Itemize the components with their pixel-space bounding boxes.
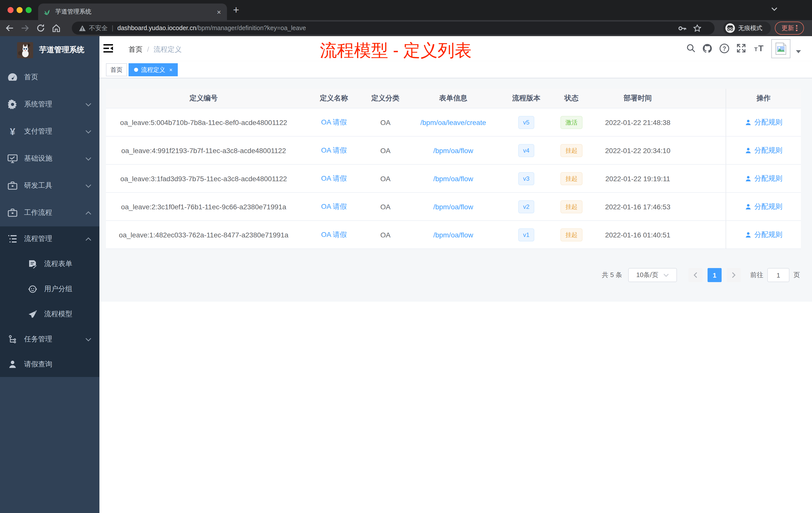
password-key-icon[interactable] [678, 24, 687, 32]
sidebar-item-system[interactable]: 系统管理 [0, 91, 99, 118]
definition-category: OA [367, 118, 404, 126]
definition-name-link[interactable]: OA 请假 [321, 202, 347, 211]
form-link[interactable]: /bpm/oa/flow [433, 175, 473, 182]
bookmark-star-icon[interactable] [693, 24, 701, 32]
sidebar-collapse-icon[interactable] [104, 44, 113, 53]
deploy-time: 2022-01-16 17:46:53 [592, 203, 683, 211]
table-header-row: 定义编号 定义名称 定义分类 表单信息 流程版本 状态 部署时间 操作 [106, 89, 801, 109]
briefcase-icon [6, 207, 19, 219]
sidebar-item-infra[interactable]: 基础设施 [0, 145, 99, 172]
chevron-down-icon [663, 273, 669, 277]
assign-rule-button[interactable]: 分配规则 [745, 202, 782, 211]
sidebar-item-workflow[interactable]: 工作流程 [0, 199, 99, 227]
new-tab-button[interactable]: + [233, 4, 239, 16]
definition-id: oa_leave:2:3c1f0ef1-76b1-11ec-9c66-a2380… [106, 203, 301, 211]
version-badge: v4 [518, 144, 534, 157]
yen-icon: ¥ [6, 125, 19, 138]
sidebar-item-home[interactable]: 首页 [0, 64, 99, 91]
page-number-current[interactable]: 1 [707, 268, 722, 282]
logo-title: 芋道管理系统 [39, 45, 84, 55]
definition-name-link[interactable]: OA 请假 [321, 146, 347, 155]
tag-home[interactable]: 首页 [106, 63, 127, 76]
sidebar-item-task-management[interactable]: 任务管理 [0, 327, 99, 352]
macos-close-button[interactable] [7, 7, 13, 13]
definition-name-link[interactable]: OA 请假 [321, 174, 347, 183]
assign-rule-button[interactable]: 分配规则 [745, 230, 782, 239]
help-icon[interactable]: ? [719, 43, 730, 54]
chevron-down-icon [85, 338, 91, 341]
sidebar-item-process-form[interactable]: 流程表单 [0, 251, 99, 277]
breadcrumb: 首页 / 流程定义 [128, 45, 182, 54]
task-tree-icon [6, 333, 19, 345]
sidebar-logo[interactable]: 芋道管理系统 [0, 36, 99, 64]
github-icon[interactable] [702, 43, 713, 54]
chevron-down-icon [85, 157, 91, 160]
tag-close-icon[interactable]: × [169, 64, 173, 76]
assign-rule-button[interactable]: 分配规则 [745, 174, 782, 183]
back-icon[interactable] [5, 24, 14, 33]
form-link[interactable]: /bpm/oa/flow [433, 146, 473, 154]
security-label[interactable]: 不安全 [89, 24, 108, 32]
browser-menu-icon[interactable] [796, 25, 798, 31]
breadcrumb-current: 流程定义 [154, 45, 182, 54]
update-label[interactable]: 更新 [782, 24, 794, 32]
url-text: dashboard.yudao.iocoder.cn/bpm/manager/d… [117, 25, 306, 32]
font-size-icon[interactable]: TT [753, 43, 765, 53]
tab-close-icon[interactable]: × [216, 8, 222, 15]
sidebar-item-user-group[interactable]: 用户分组 [0, 277, 99, 302]
user-icon [745, 119, 752, 126]
tab-search-chevron-icon[interactable] [771, 7, 777, 11]
breadcrumb-home[interactable]: 首页 [128, 45, 143, 54]
macos-zoom-button[interactable] [26, 7, 32, 13]
incognito-icon [725, 23, 735, 33]
sidebar-item-payment[interactable]: ¥ 支付管理 [0, 118, 99, 145]
form-link[interactable]: /bpm/oa/flow [433, 231, 473, 239]
table-row: oa_leave:4:991f2193-7b7f-11ec-a3c8-acde4… [106, 137, 801, 164]
goto-page-input[interactable] [767, 268, 789, 282]
definition-category: OA [367, 175, 404, 182]
form-link[interactable]: /bpm/oa/flow [433, 203, 473, 211]
form-link[interactable]: /bpm/oa/leave/create [420, 118, 486, 126]
browser-tab[interactable]: 芋道管理系统 × [38, 3, 227, 20]
sidebar-item-process-model[interactable]: 流程模型 [0, 302, 99, 327]
security-warning-icon[interactable] [79, 25, 86, 31]
prev-page-button[interactable] [689, 268, 702, 282]
assign-rule-button[interactable]: 分配规则 [745, 146, 782, 155]
sidebar-item-devtools[interactable]: 研发工具 [0, 172, 99, 199]
forward-icon[interactable] [21, 24, 30, 33]
pagination-total: 共 5 条 [602, 271, 622, 280]
deploy-time: 2022-01-22 21:48:38 [592, 118, 683, 126]
definition-name-link[interactable]: OA 请假 [321, 118, 347, 127]
url-host: dashboard.yudao.iocoder.cn [117, 25, 196, 32]
reload-icon[interactable] [36, 24, 45, 33]
search-icon[interactable] [686, 43, 696, 53]
assign-rule-button[interactable]: 分配规则 [745, 118, 782, 127]
sidebar-item-process-management[interactable]: 流程管理 [0, 227, 99, 251]
browser-update-button[interactable]: 更新 [775, 22, 804, 35]
gear-icon [6, 98, 19, 111]
tag-process-definition[interactable]: 流程定义 × [128, 63, 178, 76]
home-icon[interactable] [52, 24, 61, 33]
next-page-button[interactable] [727, 268, 741, 282]
fullscreen-icon[interactable] [736, 43, 746, 53]
chevron-right-icon [732, 272, 736, 278]
column-header: 定义分类 [367, 94, 404, 103]
form-edit-icon [27, 258, 39, 270]
address-bar[interactable]: 不安全 | dashboard.yudao.iocoder.cn/bpm/man… [72, 22, 715, 35]
tags-view-bar: 首页 流程定义 × [99, 61, 812, 78]
screenshot-stage: 芋道管理系统 × + 不安全 | dashboard.yudao.iocoder… [0, 0, 812, 513]
tab-favicon-plant-icon [43, 8, 51, 16]
version-badge: v5 [518, 116, 534, 129]
deploy-time: 2022-01-22 19:19:11 [592, 175, 683, 182]
user-avatar[interactable] [771, 39, 790, 58]
person-icon [6, 358, 19, 370]
goto-label: 前往 [750, 271, 763, 280]
chevron-up-icon [85, 211, 91, 215]
url-path: /bpm/manager/definition?key=oa_leave [196, 25, 306, 32]
sidebar-item-leave-query[interactable]: 请假查询 [0, 352, 99, 377]
macos-minimize-button[interactable] [17, 7, 23, 13]
page-size-select[interactable]: 10条/页 [628, 268, 677, 282]
definition-name-link[interactable]: OA 请假 [321, 230, 347, 239]
broken-image-icon [774, 42, 787, 55]
avatar-caret-down-icon[interactable] [796, 50, 801, 53]
